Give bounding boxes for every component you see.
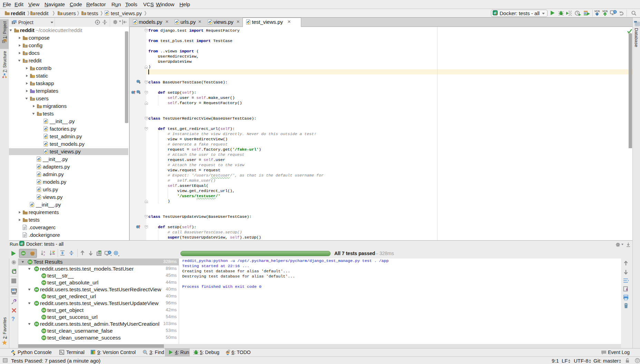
- svg-text:OK: OK: [35, 267, 38, 270]
- svg-text:OK: OK: [42, 309, 46, 311]
- svg-text:OK: OK: [42, 295, 46, 297]
- svg-text:OK: OK: [42, 336, 46, 339]
- svg-text:OK: OK: [35, 323, 38, 325]
- svg-text:OK: OK: [42, 281, 46, 284]
- svg-text:OK: OK: [28, 261, 32, 263]
- svg-text:OK: OK: [35, 288, 38, 291]
- svg-text:VCS: VCS: [594, 10, 600, 13]
- svg-text:OK: OK: [42, 316, 46, 318]
- svg-text:OK: OK: [42, 274, 46, 277]
- svg-text:OK: OK: [35, 302, 38, 304]
- svg-text:OK: OK: [42, 330, 46, 332]
- svg-text:a: a: [43, 250, 45, 253]
- svg-text:OK: OK: [22, 252, 25, 254]
- svg-text:z: z: [43, 253, 45, 256]
